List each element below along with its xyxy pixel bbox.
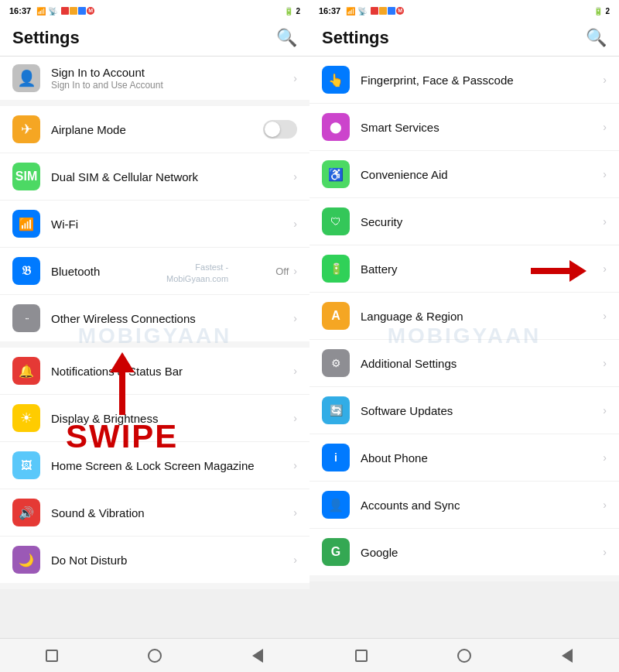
bluetooth-item[interactable]: 𝔅 Bluetooth Off › [0, 248, 310, 295]
airplane-mode-item[interactable]: ✈ Airplane Mode [0, 106, 310, 153]
signal-icon-right: 📶 [346, 7, 355, 15]
recent-icon-left [46, 650, 58, 662]
convenience-aid-right: › [603, 168, 607, 180]
dual-sim-chevron: › [293, 170, 297, 183]
sound-item[interactable]: 🔊 Sound & Vibration › [0, 489, 310, 537]
fingerprint-label: Fingerprint, Face & Passcode [361, 74, 603, 87]
home-screen-right: › [293, 459, 297, 471]
dual-sim-label: Dual SIM & Cellular Network [51, 170, 293, 183]
wifi-item[interactable]: 📶 Wi-Fi › [0, 201, 310, 248]
dual-sim-right: › [293, 170, 297, 183]
smart-services-chevron: › [603, 121, 607, 133]
security-item[interactable]: 🛡 Security › [310, 198, 619, 245]
convenience-aid-content: Convenience Aid [361, 168, 603, 181]
dnd-content: Do Not Disturb [51, 554, 293, 567]
signal-icon: 📶 [36, 7, 46, 15]
software-updates-content: Software Updates [361, 404, 603, 417]
other-wireless-item[interactable]: ··· Other Wireless Connections › [0, 295, 310, 341]
software-updates-item[interactable]: 🔄 Software Updates › [310, 387, 619, 434]
battery-label: Battery [361, 262, 603, 276]
accounts-sync-item[interactable]: 👤 Accounts and Sync › [310, 482, 619, 529]
home-button-left[interactable] [144, 645, 166, 667]
security-label: Security [361, 215, 603, 228]
home-icon-left [148, 649, 162, 663]
notifications-item[interactable]: 🔔 Notifications & Status Bar › [0, 348, 310, 395]
notification-icons: M [61, 7, 94, 15]
accounts-sync-content: Accounts and Sync [361, 499, 603, 512]
search-button-right[interactable]: 🔍 [586, 28, 607, 48]
airplane-toggle[interactable] [263, 120, 297, 139]
dnd-label: Do Not Disturb [51, 554, 293, 567]
battery-icon-left: 🔋 [284, 7, 293, 15]
google-item[interactable]: G Google › [310, 529, 619, 575]
dnd-icon: 🌙 [12, 546, 40, 574]
do-not-disturb-item[interactable]: 🌙 Do Not Disturb › [0, 537, 310, 583]
home-screen-chevron: › [293, 459, 297, 471]
about-phone-icon: i [322, 444, 350, 471]
accounts-sync-right: › [603, 499, 607, 511]
software-updates-label: Software Updates [361, 404, 603, 417]
battery-content: Battery [361, 262, 603, 276]
back-button-left[interactable] [247, 645, 268, 667]
back-button-right[interactable] [556, 645, 578, 667]
wifi-icon: 📡 [48, 7, 57, 15]
software-updates-right: › [603, 404, 607, 417]
smart-services-label: Smart Services [361, 121, 603, 134]
security-content: Security [361, 215, 603, 228]
language-content: Language & Region [361, 310, 603, 323]
display-item[interactable]: ☀ Display & Brightness › [0, 395, 310, 442]
security-icon: 🛡 [322, 207, 350, 235]
sign-in-label: Sign In to Account [51, 66, 293, 79]
wifi-chevron: › [293, 218, 297, 230]
dual-sim-icon: SIM [12, 163, 40, 190]
home-screen-content: Home Screen & Lock Screen Magazine [51, 459, 293, 472]
battery-item[interactable]: 🔋 Battery › [310, 245, 619, 293]
display-label: Display & Brightness [51, 412, 293, 425]
battery-chevron: › [603, 262, 607, 275]
recent-apps-button-left[interactable] [41, 645, 63, 667]
other-wireless-right: › [293, 312, 297, 324]
dual-sim-item[interactable]: SIM Dual SIM & Cellular Network › [0, 153, 310, 201]
other-wireless-label: Other Wireless Connections [51, 312, 293, 325]
battery-level-right: 2 [605, 7, 610, 15]
additional-settings-content: Additional Settings [361, 357, 603, 370]
recent-apps-button-right[interactable] [351, 645, 372, 667]
additional-settings-chevron: › [603, 357, 607, 369]
section-right-all: 👆 Fingerprint, Face & Passcode › ⬤ Smart… [310, 57, 619, 575]
sign-in-sublabel: Sign In to and Use Account [51, 80, 293, 91]
sign-in-icon: 👤 [12, 64, 40, 92]
display-right: › [293, 412, 297, 424]
dnd-right: › [293, 554, 297, 566]
language-right: › [603, 310, 607, 322]
sign-in-right: › [293, 72, 297, 84]
search-button-left[interactable]: 🔍 [276, 28, 297, 48]
status-time-right: 16:37 📶 📡 M [319, 6, 404, 15]
time-left: 16:37 [9, 6, 31, 15]
bluetooth-content: Bluetooth [51, 265, 275, 278]
accounts-sync-label: Accounts and Sync [361, 499, 603, 512]
smart-services-item[interactable]: ⬤ Smart Services › [310, 104, 619, 151]
bluetooth-value: Off [275, 266, 289, 277]
airplane-right [263, 120, 297, 139]
sign-in-item[interactable]: 👤 Sign In to Account Sign In to and Use … [0, 57, 310, 100]
fingerprint-item[interactable]: 👆 Fingerprint, Face & Passcode › [310, 57, 619, 104]
additional-settings-item[interactable]: ⚙ Additional Settings › [310, 340, 619, 387]
about-phone-item[interactable]: i About Phone › [310, 434, 619, 482]
section-account: 👤 Sign In to Account Sign In to and Use … [0, 57, 310, 100]
language-item[interactable]: A Language & Region › [310, 293, 619, 340]
additional-settings-icon: ⚙ [322, 349, 350, 377]
status-right-right: 🔋 2 [593, 7, 610, 15]
settings-header-left: Settings 🔍 [0, 22, 310, 57]
status-time-left: 16:37 📶 📡 M [9, 6, 94, 15]
section-network: ✈ Airplane Mode SIM Dual SIM & Cellular … [0, 106, 310, 341]
notification-icons-right: M [371, 7, 404, 15]
convenience-aid-item[interactable]: ♿ Convenience Aid › [310, 151, 619, 198]
settings-title-right: Settings [322, 28, 389, 48]
home-screen-item[interactable]: 🖼 Home Screen & Lock Screen Magazine › [0, 442, 310, 489]
airplane-content: Airplane Mode [51, 123, 263, 136]
time-right: 16:37 [319, 6, 340, 15]
security-chevron: › [603, 215, 607, 228]
home-button-right[interactable] [453, 645, 475, 667]
home-screen-label: Home Screen & Lock Screen Magazine [51, 459, 293, 472]
smart-services-content: Smart Services [361, 121, 603, 134]
